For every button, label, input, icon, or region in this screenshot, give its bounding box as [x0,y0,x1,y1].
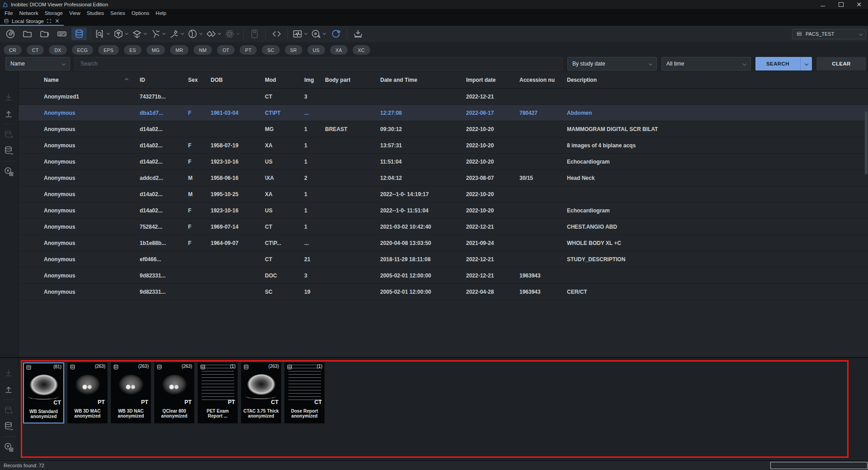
toolbar-import-button[interactable] [350,28,366,40]
download-button[interactable] [4,92,14,103]
modality-filter-ct[interactable]: CT [27,45,44,55]
storage-add-button[interactable] [4,405,14,416]
modality-filter-sc[interactable]: SC [262,45,279,55]
toolbar-open-study-folder-button[interactable] [37,28,52,40]
series-thumbnail[interactable]: (263)PTWB 3D NACanonymized [111,362,151,423]
table-scrollbar-thumb[interactable] [865,111,868,174]
search-button[interactable]: SEARCH [755,57,812,70]
search-field-select[interactable]: Name [5,57,70,70]
table-row[interactable]: Anonymousd14a02...MG1BREAST09:30:122022-… [19,121,868,137]
tab-local-storage[interactable]: Local Storage ✕ [0,17,64,26]
modality-filter-us[interactable]: US [307,45,325,55]
table-row[interactable]: Anonymousd14a02...F1923-10-16US12022--1-… [19,202,868,219]
series-thumbnail[interactable]: (81)CTWB Standardanonymized [23,362,64,423]
toolbar-volume-3d-button[interactable] [112,28,129,40]
column-header-body_part[interactable]: Body part [325,77,380,83]
detach-tab-icon[interactable] [47,19,52,24]
table-row[interactable]: Anonymized1743271b...CT32022-12-21 [19,89,868,105]
modality-filter-pt[interactable]: PT [240,45,257,55]
series-thumbnail[interactable]: (263)PTQClear 800anonymized [154,362,194,423]
date-type-select[interactable]: By study date [567,57,657,70]
table-row[interactable]: Anonymousdba1d7...F1961-03-04CT\PT...12:… [19,105,868,121]
clear-button[interactable]: CLEAR [816,57,866,70]
column-header-datetime[interactable]: Date and Time [380,77,466,83]
toolbar-open-folder-button[interactable] [20,28,35,40]
search-input[interactable] [75,57,563,70]
toolbar-ecg-button[interactable] [291,28,308,40]
modality-filter-eps[interactable]: EPS [98,45,119,55]
series-thumbnail[interactable]: (263)PTWB 3D MACanonymized [67,362,108,423]
menu-item-storage[interactable]: Storage [42,10,66,16]
modality-filter-xa[interactable]: XA [330,45,348,55]
export-disc-button[interactable] [4,166,14,177]
column-header-import_date[interactable]: Import date [466,77,519,83]
column-header-mod[interactable]: Mod [265,77,304,83]
modality-filter-mr[interactable]: MR [170,45,189,55]
toolbar-endoscopy-button[interactable] [168,28,184,40]
modality-filter-mg[interactable]: MG [146,45,165,55]
series-thumbnail[interactable]: (1)PTPET ExamReport ... [198,362,238,423]
modality-filter-xc[interactable]: XC [353,45,370,55]
series-thumbnail[interactable]: (1)CTDose Reportanonymized [284,362,325,423]
toolbar-vessel-analysis-button[interactable] [149,28,166,40]
export-disc-button[interactable] [4,442,14,453]
column-header-name[interactable]: Name [19,77,140,83]
storage-remove-button[interactable] [4,421,14,432]
column-header-img[interactable]: Img [304,77,325,83]
toolbar-dicom-tags-button[interactable] [269,28,284,40]
column-header-sex[interactable]: Sex [188,77,211,83]
menu-item-view[interactable]: View [66,10,84,16]
upload-button[interactable] [4,384,14,395]
toolbar-open-file-button[interactable] [3,28,18,40]
toolbar-cd-drive-button[interactable] [54,28,70,40]
modality-filter-ecg[interactable]: ECG [72,45,94,55]
modality-filter-dx[interactable]: DX [49,45,66,55]
menu-item-help[interactable]: Help [152,10,170,16]
modality-filter-ot[interactable]: OT [217,45,235,55]
toolbar-curved-mpr-button[interactable] [186,28,203,40]
storage-add-button[interactable] [4,129,14,140]
menu-item-studies[interactable]: Studies [84,10,107,16]
search-bar: Name By study date All time SEARCH CLEAR [5,56,866,71]
menu-item-options[interactable]: Options [128,10,153,16]
modality-filter-sr[interactable]: SR [285,45,302,55]
storage-remove-button[interactable] [4,145,14,156]
toolbar-pdf-button[interactable] [247,28,262,40]
table-row[interactable]: Anonymous1b1e88b...F1964-09-07CT\P......… [19,235,868,251]
toolbar-flat-images-button[interactable] [94,28,110,40]
date-range-select[interactable]: All time [661,57,751,70]
column-header-dob[interactable]: DOB [211,77,265,83]
column-header-id[interactable]: ID [140,77,188,83]
table-row[interactable]: Anonymousd14a02...M1995-10-25XA12022--1-… [19,186,868,202]
table-row[interactable]: Anonymous9d82331...DOC32005-02-01 12:00:… [19,268,868,284]
toolbar-fusion-button[interactable] [205,28,222,40]
table-row[interactable]: Anonymousef0466...CT212018-11-29 18:11:0… [19,251,868,268]
menu-item-network[interactable]: Network [16,10,42,16]
upload-button[interactable] [4,108,14,119]
search-options-dropdown[interactable] [800,57,812,70]
table-row[interactable]: Anonymousaddcd2...M1958-06-16\XA212:04:1… [19,170,868,186]
maximize-button[interactable] [832,0,850,9]
toolbar-mpr-button[interactable] [131,28,147,40]
close-button[interactable]: ✕ [850,0,868,9]
modality-filter-nm[interactable]: NM [193,45,212,55]
close-tab-icon[interactable]: ✕ [55,19,60,24]
modality-filter-cr[interactable]: CR [4,45,22,55]
toolbar-burn-disc-button[interactable] [310,28,326,40]
toolbar-sync-pacs-button[interactable] [328,28,344,40]
minimize-button[interactable] [814,0,832,9]
download-button[interactable] [4,368,14,379]
menu-item-series[interactable]: Series [107,10,128,16]
column-header-description[interactable]: Description [567,77,868,83]
table-row[interactable]: Anonymous9d82331...SC192005-02-01 12:00:… [19,284,868,300]
modality-filter-es[interactable]: ES [124,45,142,55]
menu-item-file[interactable]: File [1,10,16,16]
toolbar-local-storage-button[interactable] [71,28,87,40]
table-row[interactable]: Anonymousd14a02...F1923-10-16US111:51:04… [19,154,868,170]
series-thumbnail[interactable]: (263)CTCTAC 3.75 Thickanonymized [241,362,281,423]
table-row[interactable]: Anonymous752842...F1969-07-14CT12021-03-… [19,219,868,235]
toolbar-molecule-button[interactable] [223,28,240,40]
column-header-accession[interactable]: Accession nu [519,77,567,83]
table-row[interactable]: Anonymousd14a02...F1958-07-19XA113:57:31… [19,137,868,154]
pacs-selector[interactable]: PACS_TEST [792,29,866,39]
